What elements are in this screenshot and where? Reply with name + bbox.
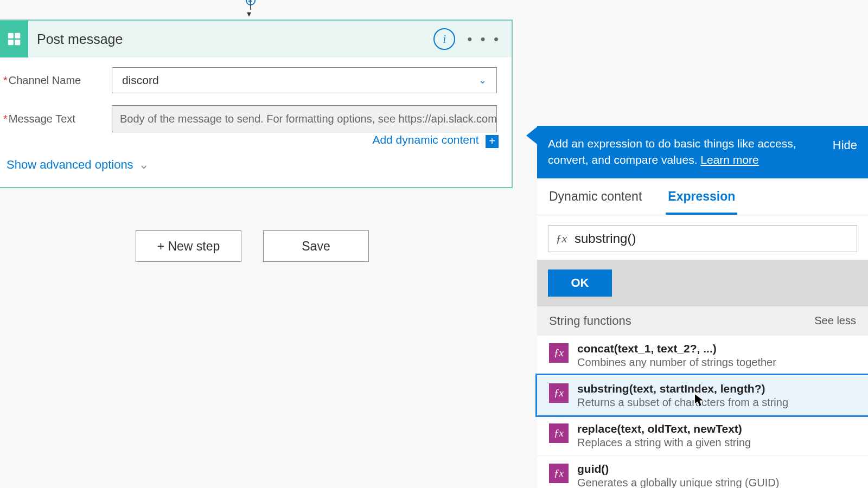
function-signature: substring(text, startIndex, length?): [577, 382, 788, 395]
fx-icon: ƒx: [548, 232, 575, 246]
message-text-input[interactable]: Body of the message to send. For formatt…: [112, 105, 497, 132]
arrow-down-icon: ▾: [247, 9, 251, 19]
flyout-header: Add an expression to do basic things lik…: [537, 126, 868, 178]
function-item[interactable]: ƒxconcat(text_1, text_2?, ...)Combines a…: [537, 336, 868, 375]
svg-rect-3: [15, 40, 20, 45]
function-description: Generates a globally unique string (GUID…: [577, 477, 779, 488]
function-item[interactable]: ƒxguid()Generates a globally unique stri…: [537, 455, 868, 488]
info-button[interactable]: i: [433, 28, 455, 50]
function-description: Returns a subset of characters from a st…: [577, 396, 788, 409]
card-header[interactable]: Post message i • • •: [0, 21, 512, 57]
function-list: ƒxconcat(text_1, text_2?, ...)Combines a…: [537, 336, 868, 488]
new-step-button[interactable]: + New step: [136, 230, 241, 262]
channel-name-value: discord: [122, 74, 159, 87]
chevron-down-icon: ⌄: [139, 158, 149, 171]
message-text-label: *Message Text: [3, 113, 112, 125]
function-description: Replaces a string with a given string: [577, 436, 751, 449]
expression-ok-row: OK: [537, 260, 868, 306]
field-message-text: *Message Text Body of the message to sen…: [3, 105, 500, 132]
tab-dynamic-content[interactable]: Dynamic content: [547, 184, 644, 215]
more-menu-button[interactable]: • • •: [467, 31, 501, 48]
function-item[interactable]: ƒxreplace(text, oldText, newText)Replace…: [537, 415, 868, 455]
function-signature: guid(): [577, 463, 779, 476]
function-signature: replace(text, oldText, newText): [577, 422, 751, 435]
svg-rect-1: [15, 33, 20, 38]
designer-footer-buttons: + New step Save: [136, 230, 369, 262]
post-message-card: Post message i • • • *Channel Name disco…: [0, 20, 513, 188]
fx-icon: ƒx: [549, 464, 569, 483]
flow-connector: + ▾: [244, 0, 257, 16]
show-advanced-options-link[interactable]: Show advanced options⌄: [7, 158, 149, 171]
advanced-options-row: Show advanced options⌄: [3, 148, 500, 177]
add-dynamic-content-plus-icon[interactable]: +: [486, 135, 499, 148]
card-title: Post message: [37, 31, 433, 47]
dynamic-content-flyout: Add an expression to do basic things lik…: [537, 126, 868, 488]
card-body: *Channel Name discord ⌄ *Message Text Bo…: [0, 57, 512, 187]
svg-rect-0: [8, 33, 14, 38]
field-channel-name: *Channel Name discord ⌄: [3, 67, 500, 93]
learn-more-link[interactable]: Learn more: [700, 153, 758, 166]
add-dynamic-content-link[interactable]: Add dynamic content: [372, 133, 478, 146]
save-button[interactable]: Save: [263, 230, 369, 262]
expression-input-row: ƒx: [548, 225, 857, 252]
dynamic-content-row: Add dynamic content +: [3, 133, 500, 148]
string-functions-group-header[interactable]: String functions See less: [537, 306, 868, 336]
group-title: String functions: [549, 314, 631, 328]
function-description: Combines any number of strings together: [577, 356, 776, 369]
channel-name-label: *Channel Name: [3, 74, 112, 87]
flyout-pointer-icon: [526, 127, 537, 144]
fx-icon: ƒx: [549, 423, 569, 443]
fx-icon: ƒx: [549, 343, 569, 363]
message-text-placeholder: Body of the message to send. For formatt…: [120, 113, 497, 125]
flyout-tabs: Dynamic content Expression: [537, 178, 868, 215]
tab-expression[interactable]: Expression: [666, 184, 737, 215]
channel-name-dropdown[interactable]: discord ⌄: [112, 67, 497, 93]
svg-rect-2: [8, 40, 14, 45]
see-less-link[interactable]: See less: [814, 314, 856, 327]
hide-flyout-link[interactable]: Hide: [833, 136, 857, 169]
expression-input[interactable]: [575, 226, 857, 251]
fx-icon: ƒx: [549, 383, 569, 403]
flyout-headline: Add an expression to do basic things lik…: [548, 136, 822, 169]
slack-icon: [0, 21, 28, 57]
ok-button[interactable]: OK: [548, 269, 612, 297]
function-item[interactable]: ƒxsubstring(text, startIndex, length?)Re…: [537, 375, 868, 415]
chevron-down-icon: ⌄: [478, 74, 487, 86]
function-signature: concat(text_1, text_2?, ...): [577, 342, 776, 355]
